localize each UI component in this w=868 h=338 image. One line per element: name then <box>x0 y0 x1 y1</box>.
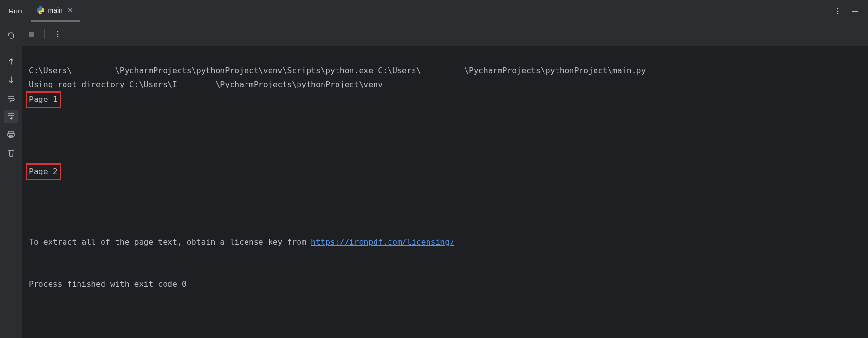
close-tab-icon[interactable]: ✕ <box>66 6 74 14</box>
blank-line <box>29 208 868 222</box>
toolbar-separator <box>44 29 45 39</box>
license-line: To extract all of the page text, obtain … <box>29 238 454 247</box>
soft-wrap-icon[interactable] <box>4 91 18 105</box>
trash-icon[interactable] <box>4 146 18 160</box>
run-tool-window: Run main ✕ <box>0 0 868 338</box>
header-bar: Run main ✕ <box>0 0 868 22</box>
svg-point-1 <box>837 10 839 12</box>
rerun-icon[interactable] <box>4 29 18 42</box>
console-output[interactable]: C:\Users\ \PycharmProjects\pythonProject… <box>22 46 868 338</box>
more-kebab-icon[interactable] <box>52 29 63 39</box>
page1-highlight: Page 1 <box>26 91 61 108</box>
python-file-icon <box>37 6 44 14</box>
svg-point-9 <box>57 36 59 37</box>
page2-highlight: Page 2 <box>26 163 61 180</box>
license-text: To extract all of the page text, obtain … <box>29 238 311 247</box>
run-tool-label[interactable]: Run <box>0 0 31 22</box>
scroll-to-end-icon[interactable] <box>4 110 18 123</box>
body-row: C:\Users\ \PycharmProjects\pythonProject… <box>0 22 868 338</box>
stop-icon[interactable] <box>26 29 37 39</box>
license-link[interactable]: https://ironpdf.com/licensing/ <box>311 238 454 247</box>
up-arrow-icon[interactable] <box>4 55 18 68</box>
blank-line <box>29 108 868 122</box>
root-dir-line: Using root directory C:\Users\I \Pycharm… <box>29 80 383 89</box>
svg-point-0 <box>837 8 839 9</box>
header-left: Run main ✕ <box>0 0 80 22</box>
exec-line: C:\Users\ \PycharmProjects\pythonProject… <box>29 66 650 75</box>
console-column: C:\Users\ \PycharmProjects\pythonProject… <box>22 22 868 338</box>
tab-main[interactable]: main ✕ <box>31 0 80 22</box>
minimize-icon[interactable] <box>850 6 860 16</box>
svg-point-2 <box>837 13 839 14</box>
svg-point-8 <box>57 33 59 35</box>
svg-rect-6 <box>29 32 34 37</box>
print-icon[interactable] <box>4 128 18 141</box>
blank-line <box>29 180 868 194</box>
svg-rect-4 <box>8 133 14 136</box>
blank-line <box>29 136 868 150</box>
blank-line <box>29 250 868 263</box>
exit-code-line: Process finished with exit code 0 <box>29 279 187 288</box>
gutter <box>0 22 22 338</box>
console-toolbar <box>22 22 868 46</box>
window-controls <box>832 6 864 16</box>
svg-point-7 <box>57 31 59 32</box>
options-kebab-icon[interactable] <box>832 6 843 16</box>
down-arrow-icon[interactable] <box>4 73 18 87</box>
tab-filename: main <box>48 6 63 14</box>
